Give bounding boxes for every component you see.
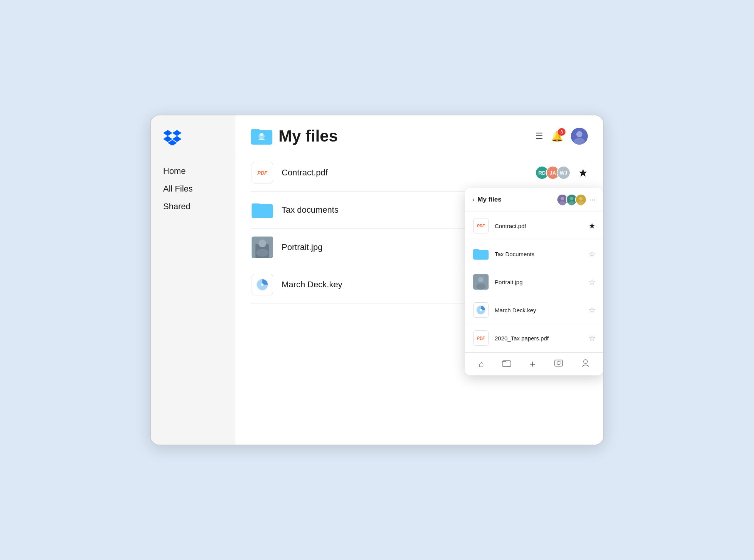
- svg-point-18: [559, 201, 566, 205]
- star-outline-icon[interactable]: ☆: [589, 249, 596, 258]
- svg-point-12: [259, 240, 266, 247]
- svg-rect-26: [473, 249, 479, 253]
- main-header: My files ☰ 🔔 3: [235, 115, 603, 154]
- sidebar: Home All Files Shared: [151, 115, 235, 445]
- panel-keynote-icon: [475, 305, 486, 315]
- file-name: Contract.pdf: [282, 168, 527, 178]
- star-filled-icon[interactable]: ★: [589, 221, 596, 230]
- panel-header-left: ‹ My files: [472, 196, 502, 203]
- file-icon-keynote: [251, 273, 274, 296]
- bottom-nav-home-icon[interactable]: ⌂: [479, 359, 484, 369]
- svg-point-15: [261, 283, 264, 286]
- panel-file-name: Portrait.jpg: [495, 279, 583, 285]
- pdf-label: PDF: [257, 170, 267, 176]
- panel-file-icon-folder: [472, 245, 489, 262]
- sidebar-item-all-files[interactable]: All Files: [151, 180, 235, 198]
- bottom-folder-svg: [502, 359, 511, 367]
- panel-file-icon-pdf2: PDF: [472, 330, 489, 347]
- sidebar-item-shared[interactable]: Shared: [151, 198, 235, 215]
- svg-point-21: [569, 201, 575, 205]
- svg-point-24: [578, 201, 584, 205]
- svg-point-31: [480, 309, 482, 311]
- star-outline-icon[interactable]: ☆: [589, 333, 596, 343]
- svg-point-23: [579, 197, 583, 200]
- svg-rect-33: [555, 360, 562, 366]
- panel-avatar-img: [576, 194, 586, 205]
- panel-file-icon-pdf: PDF: [472, 217, 489, 234]
- main-content: My files ☰ 🔔 3: [235, 115, 603, 445]
- panel-pdf-label: PDF: [477, 336, 485, 340]
- panel-title: My files: [477, 196, 501, 203]
- bottom-person-svg: [582, 359, 589, 367]
- header-right: ☰ 🔔 3: [535, 128, 588, 145]
- list-item[interactable]: PDF 2020_Tax papers.pdf ☆: [465, 324, 603, 352]
- star-outline-icon[interactable]: ☆: [589, 277, 596, 287]
- panel-file-name: March Deck.key: [495, 307, 583, 313]
- panel-file-name: Tax Documents: [495, 251, 583, 257]
- panel-folder-svg: [473, 248, 489, 260]
- table-row[interactable]: PDF Contract.pdf RD JA WJ ★: [251, 154, 588, 192]
- folder-svg: [252, 201, 273, 219]
- panel-bottom-nav: ⌂ +: [465, 352, 603, 375]
- panel-header-right: ···: [557, 194, 596, 205]
- list-item[interactable]: PDF Contract.pdf ★: [465, 212, 603, 240]
- folder-icon-large: [251, 126, 272, 146]
- svg-point-36: [584, 360, 587, 363]
- portrait-thumbnail: [252, 237, 273, 258]
- svg-point-20: [570, 197, 574, 200]
- collab-avatar: WJ: [557, 166, 571, 180]
- collaborators: RD JA WJ: [535, 166, 571, 180]
- user-avatar[interactable]: [571, 128, 588, 145]
- page-title: My files: [279, 127, 338, 145]
- more-options-button[interactable]: ···: [590, 196, 596, 204]
- back-arrow-icon[interactable]: ‹: [472, 196, 474, 203]
- file-icon-folder: [251, 198, 274, 222]
- svg-point-35: [560, 361, 561, 362]
- bottom-nav-folder-icon[interactable]: [502, 359, 511, 369]
- svg-point-34: [557, 362, 560, 365]
- sidebar-nav: Home All Files Shared: [151, 162, 235, 215]
- list-item[interactable]: Tax Documents ☆: [465, 240, 603, 268]
- panel-avatar: [575, 194, 587, 205]
- hamburger-icon[interactable]: ☰: [535, 131, 543, 141]
- panel-file-icon-image: [472, 273, 489, 290]
- dropbox-logo: [163, 129, 182, 145]
- svg-rect-9: [252, 203, 260, 208]
- bottom-photo-svg: [554, 359, 563, 367]
- mobile-panel: ‹ My files: [465, 188, 603, 375]
- panel-file-icon-keynote: [472, 302, 489, 318]
- panel-file-list: PDF Contract.pdf ★ Tax Documents: [465, 212, 603, 352]
- panel-file-name: Contract.pdf: [495, 223, 583, 229]
- avatar-img: [571, 128, 588, 145]
- keynote-icon: [255, 278, 269, 292]
- logo-area: [151, 129, 235, 162]
- notification-badge: 3: [558, 128, 566, 136]
- bottom-nav-person-icon[interactable]: [582, 359, 589, 370]
- svg-point-13: [256, 249, 269, 257]
- svg-point-29: [476, 283, 485, 290]
- device-frame: Home All Files Shared My files ☰: [150, 115, 604, 445]
- list-item[interactable]: Portrait.jpg ☆: [465, 268, 603, 296]
- sidebar-item-home[interactable]: Home: [151, 162, 235, 180]
- panel-header: ‹ My files: [465, 188, 603, 212]
- svg-point-28: [478, 277, 484, 282]
- svg-point-17: [561, 197, 564, 200]
- svg-rect-1: [251, 129, 260, 134]
- header-left: My files: [251, 126, 338, 146]
- panel-pdf-label: PDF: [477, 224, 485, 228]
- svg-point-7: [571, 128, 588, 145]
- panel-file-name: 2020_Tax papers.pdf: [495, 335, 583, 342]
- file-icon-image: [251, 236, 274, 259]
- star-outline-icon[interactable]: ☆: [589, 305, 596, 315]
- bottom-nav-photo-icon[interactable]: [554, 359, 563, 370]
- notification-bell[interactable]: 🔔 3: [551, 130, 563, 142]
- panel-portrait-thumbnail: [473, 274, 489, 290]
- svg-point-3: [260, 133, 263, 136]
- star-filled-icon[interactable]: ★: [578, 167, 588, 179]
- file-icon-pdf: PDF: [251, 161, 274, 184]
- list-item[interactable]: March Deck.key ☆: [465, 296, 603, 324]
- bottom-nav-add-icon[interactable]: +: [530, 358, 535, 370]
